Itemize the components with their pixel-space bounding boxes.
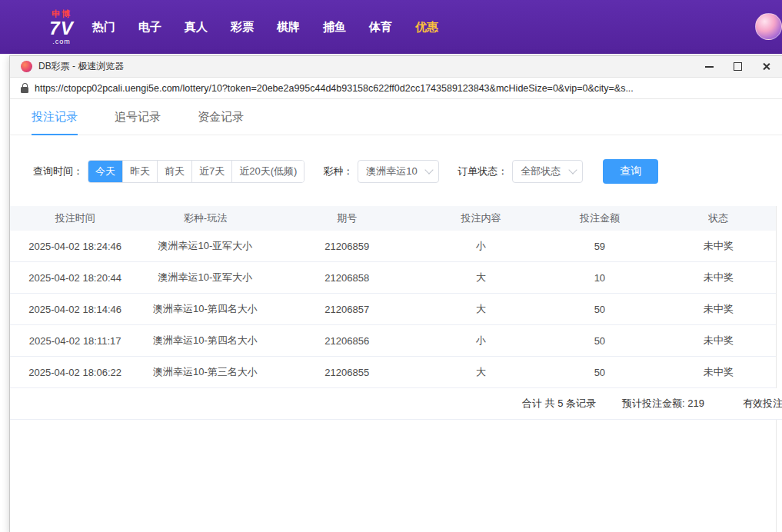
cell-4-3: 大 — [424, 365, 538, 379]
time-filter-group: 今天昨天前天近7天近20天(低频) — [88, 160, 304, 183]
cell-4-0: 2025-04-02 18:06:22 — [10, 367, 140, 378]
column-header-5: 状态 — [661, 211, 776, 225]
nav-item-0[interactable]: 热门 — [81, 20, 127, 35]
cell-4-2: 21206855 — [271, 367, 424, 378]
chevron-down-icon — [425, 165, 434, 174]
status-select[interactable]: 全部状态 — [512, 160, 583, 183]
tab-chase-records[interactable]: 追号记录 — [115, 99, 161, 135]
top-navbar: 申博 7V .com 热门电子真人彩票棋牌捕鱼体育优惠 — [0, 0, 782, 54]
table-header-row: 投注时间彩种-玩法期号投注内容投注金额状态 — [10, 206, 776, 231]
table-row-4: 2025-04-02 18:06:22澳洲幸运10-第三名大小21206855大… — [10, 357, 776, 388]
time-option-1[interactable]: 昨天 — [122, 161, 157, 182]
search-button[interactable]: 查询 — [603, 159, 658, 184]
maximize-button[interactable] — [732, 62, 743, 72]
table-row-0: 2025-04-02 18:24:46澳洲幸运10-亚军大小21206859小5… — [10, 231, 776, 262]
cell-3-1: 澳洲幸运10-第四名大小 — [140, 334, 270, 347]
cell-3-5: 未中奖 — [661, 334, 776, 347]
cell-1-0: 2025-04-02 18:20:44 — [10, 272, 140, 284]
address-bar[interactable]: https://ctopcp02pcali.uengi5e.com/lotter… — [10, 78, 782, 99]
table-summary-row: 合计 共 5 条记录 预计投注金额: 219 有效投注 — [10, 388, 782, 420]
main-nav: 热门电子真人彩票棋牌捕鱼体育优惠 — [81, 0, 450, 54]
cell-1-5: 未中奖 — [661, 271, 776, 284]
table-row-2: 2025-04-02 18:14:46澳洲幸运10-第四名大小21206857大… — [10, 294, 776, 325]
cell-0-1: 澳洲幸运10-亚军大小 — [140, 239, 270, 253]
cell-3-3: 小 — [424, 334, 538, 347]
cell-2-4: 50 — [538, 304, 661, 315]
browser-favicon-icon — [21, 61, 32, 72]
table-body: 2025-04-02 18:24:46澳洲幸运10-亚军大小21206859小5… — [10, 231, 776, 388]
cell-0-2: 21206859 — [271, 241, 424, 252]
status-select-value: 全部状态 — [521, 165, 561, 178]
cell-2-3: 大 — [424, 302, 538, 316]
records-table: 投注时间彩种-玩法期号投注内容投注金额状态 2025-04-02 18:24:4… — [10, 206, 776, 420]
cell-1-4: 10 — [538, 272, 661, 284]
cell-0-4: 59 — [538, 241, 661, 252]
minimize-button[interactable] — [704, 62, 714, 72]
logo-text-top: 申博 — [52, 9, 72, 18]
window-title: DB彩票 - 极速浏览器 — [38, 60, 124, 73]
cell-1-1: 澳洲幸运10-亚军大小 — [140, 271, 270, 284]
filter-bar: 查询时间： 今天昨天前天近7天近20天(低频) 彩种： 澳洲幸运10 订单状态：… — [10, 159, 782, 184]
nav-item-7[interactable]: 优惠 — [404, 20, 450, 35]
close-button[interactable] — [760, 62, 771, 72]
summary-total: 合计 共 5 条记录 — [522, 388, 596, 419]
cell-4-5: 未中奖 — [661, 365, 776, 379]
avatar[interactable] — [755, 13, 782, 40]
cell-0-3: 小 — [424, 239, 538, 253]
brand-logo[interactable]: 申博 7V .com — [38, 6, 85, 48]
table-row-1: 2025-04-02 18:20:44澳洲幸运10-亚军大小21206858大1… — [10, 262, 776, 294]
time-option-2[interactable]: 前天 — [157, 161, 191, 182]
lock-icon — [21, 87, 28, 93]
column-header-3: 投注内容 — [424, 211, 538, 225]
table-right-divider — [776, 206, 777, 532]
lottery-select[interactable]: 澳洲幸运10 — [358, 160, 439, 183]
cell-4-1: 澳洲幸运10-第三名大小 — [140, 365, 270, 379]
cell-3-4: 50 — [538, 335, 661, 347]
column-header-1: 彩种-玩法 — [140, 211, 270, 225]
time-option-0[interactable]: 今天 — [88, 161, 122, 182]
cell-3-0: 2025-04-02 18:11:17 — [10, 335, 140, 347]
nav-item-4[interactable]: 棋牌 — [265, 20, 311, 35]
cell-4-4: 50 — [538, 367, 661, 378]
url-text[interactable]: https://ctopcp02pcali.uengi5e.com/lotter… — [35, 83, 634, 94]
time-option-3[interactable]: 近7天 — [191, 161, 231, 182]
window-titlebar[interactable]: DB彩票 - 极速浏览器 — [10, 56, 782, 78]
cell-2-1: 澳洲幸运10-第四名大小 — [140, 302, 270, 316]
cell-0-5: 未中奖 — [661, 239, 776, 253]
table-row-3: 2025-04-02 18:11:17澳洲幸运10-第四名大小21206856小… — [10, 325, 776, 357]
summary-valid-amount: 有效投注 — [743, 388, 782, 419]
cell-2-2: 21206857 — [271, 304, 424, 315]
nav-item-6[interactable]: 体育 — [358, 20, 404, 35]
column-header-0: 投注时间 — [10, 211, 140, 225]
cell-1-3: 大 — [424, 271, 538, 284]
nav-item-5[interactable]: 捕鱼 — [311, 20, 358, 35]
summary-expected-amount: 预计投注金额: 219 — [622, 388, 704, 419]
cell-0-0: 2025-04-02 18:24:46 — [10, 241, 140, 252]
page-content: 投注记录 追号记录 资金记录 查询时间： 今天昨天前天近7天近20天(低频) 彩… — [10, 99, 782, 532]
cell-3-2: 21206856 — [271, 335, 424, 347]
cell-2-0: 2025-04-02 18:14:46 — [10, 304, 140, 315]
cell-2-5: 未中奖 — [661, 302, 776, 316]
cell-1-2: 21206858 — [271, 272, 424, 284]
close-icon — [762, 62, 770, 71]
status-filter-label: 订单状态： — [458, 165, 507, 178]
time-option-4[interactable]: 近20天(低频) — [231, 161, 304, 182]
column-header-4: 投注金额 — [538, 211, 661, 225]
nav-item-3[interactable]: 彩票 — [219, 20, 265, 35]
nav-item-2[interactable]: 真人 — [173, 20, 219, 35]
column-header-2: 期号 — [271, 211, 424, 225]
chevron-down-icon — [569, 165, 577, 174]
tab-bet-records[interactable]: 投注记录 — [32, 99, 78, 135]
nav-item-1[interactable]: 电子 — [127, 20, 173, 35]
tab-fund-records[interactable]: 资金记录 — [198, 99, 244, 135]
maximize-icon — [734, 62, 742, 71]
minimize-icon — [705, 66, 714, 68]
window-controls — [704, 62, 773, 72]
logo-text-main: 7V — [49, 18, 73, 38]
browser-window: DB彩票 - 极速浏览器 https://ctopcp02pcali.uengi… — [9, 55, 782, 532]
tab-bar: 投注记录 追号记录 资金记录 — [10, 99, 782, 135]
logo-text-suffix: .com — [52, 38, 71, 45]
lottery-filter-label: 彩种： — [323, 165, 353, 178]
time-filter-label: 查询时间： — [33, 165, 83, 178]
lottery-select-value: 澳洲幸运10 — [366, 165, 417, 178]
